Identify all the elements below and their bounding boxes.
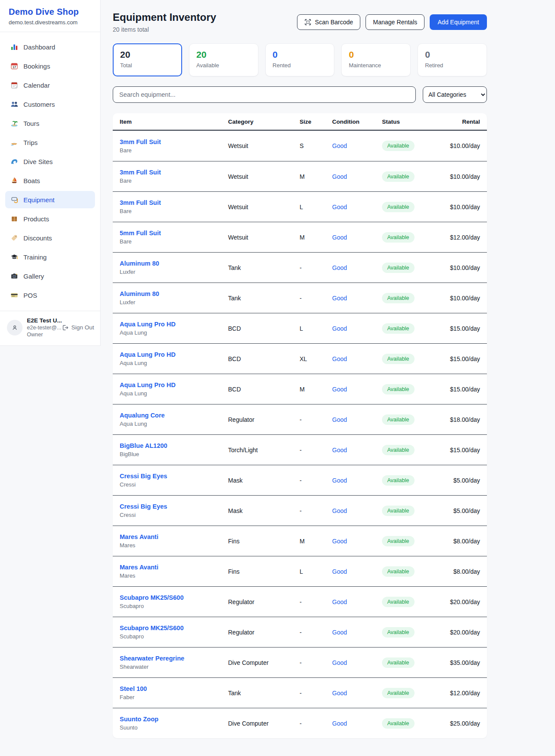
sidebar-item-training[interactable]: Training xyxy=(5,248,95,266)
stat-value: 0 xyxy=(425,49,480,60)
sidebar-item-equipment[interactable]: Equipment xyxy=(5,191,95,208)
stat-card-maintenance[interactable]: 0 Maintenance xyxy=(341,43,411,76)
item-condition-link[interactable]: Good xyxy=(332,507,347,514)
sidebar-item-trips[interactable]: Trips xyxy=(5,134,95,151)
brand-domain: demo.test.divestreams.com xyxy=(9,19,91,26)
item-status-cell: Available xyxy=(375,171,436,182)
sidebar-item-discounts[interactable]: Discounts xyxy=(5,229,95,247)
manage-rentals-button[interactable]: Manage Rentals xyxy=(366,14,424,30)
brand-title[interactable]: Demo Dive Shop xyxy=(9,7,91,17)
item-brand: Scubapro xyxy=(120,633,221,640)
item-condition-link[interactable]: Good xyxy=(332,264,347,271)
add-equipment-button[interactable]: Add Equipment xyxy=(430,14,487,30)
item-name-link[interactable]: 3mm Full Suit xyxy=(120,169,161,176)
item-condition-link[interactable]: Good xyxy=(332,690,347,697)
sidebar-item-label: Training xyxy=(23,253,47,261)
item-rental: $20.00/day xyxy=(436,598,487,605)
user-block: E2E Test U... e2e-tester@... Owner Sign … xyxy=(0,311,100,341)
sidebar-item-dive-sites[interactable]: Dive Sites xyxy=(5,153,95,170)
item-brand: Scubapro xyxy=(120,603,221,609)
item-name-link[interactable]: 3mm Full Suit xyxy=(120,138,161,145)
table-row: Mares Avanti Mares Fins M Good Available… xyxy=(113,526,487,556)
item-condition-link[interactable]: Good xyxy=(332,538,347,545)
item-condition-link[interactable]: Good xyxy=(332,142,347,149)
category-select[interactable]: All Categories xyxy=(423,86,487,103)
sidebar-item-boats[interactable]: Boats xyxy=(5,172,95,189)
item-condition-link[interactable]: Good xyxy=(332,720,347,727)
item-rental: $10.00/day xyxy=(436,142,487,149)
item-name-link[interactable]: Shearwater Peregrine xyxy=(120,655,184,662)
item-name-link[interactable]: Scubapro MK25/S600 xyxy=(120,625,183,631)
item-condition-link[interactable]: Good xyxy=(332,386,347,393)
item-cell: Steel 100 Faber xyxy=(113,685,221,700)
sidebar-item-bookings[interactable]: 17 Bookings xyxy=(5,57,95,75)
item-name-link[interactable]: Suunto Zoop xyxy=(120,716,158,723)
sidebar-item-dashboard[interactable]: Dashboard xyxy=(5,38,95,56)
item-name-link[interactable]: Aqualung Core xyxy=(120,412,165,419)
page-title: Equipment Inventory xyxy=(113,11,216,23)
table-row: Aluminum 80 Luxfer Tank - Good Available… xyxy=(113,252,487,283)
item-condition-link[interactable]: Good xyxy=(332,598,347,605)
dive-sites-icon xyxy=(10,158,18,165)
item-condition-link[interactable]: Good xyxy=(332,204,347,210)
item-condition-link[interactable]: Good xyxy=(332,477,347,484)
item-condition-link[interactable]: Good xyxy=(332,295,347,302)
item-name-link[interactable]: BigBlue AL1200 xyxy=(120,442,167,449)
item-name-link[interactable]: Cressi Big Eyes xyxy=(120,473,167,480)
item-condition-link[interactable]: Good xyxy=(332,173,347,180)
item-condition-link[interactable]: Good xyxy=(332,568,347,575)
item-size: M xyxy=(293,386,325,393)
search-input[interactable] xyxy=(113,86,416,103)
sidebar-item-calendar[interactable]: Calendar xyxy=(5,76,95,94)
item-size: L xyxy=(293,325,325,332)
item-condition-link[interactable]: Good xyxy=(332,447,347,454)
stat-card-retired[interactable]: 0 Retired xyxy=(418,43,487,76)
item-condition-link[interactable]: Good xyxy=(332,629,347,636)
status-badge: Available xyxy=(382,688,415,698)
stat-card-rented[interactable]: 0 Rented xyxy=(265,43,335,76)
stat-label: Total xyxy=(120,62,175,69)
item-size: S xyxy=(293,142,325,149)
item-name-link[interactable]: 3mm Full Suit xyxy=(120,199,161,206)
sign-out-icon xyxy=(62,324,69,331)
item-condition-link[interactable]: Good xyxy=(332,325,347,332)
item-condition-link[interactable]: Good xyxy=(332,659,347,666)
sidebar-item-products[interactable]: Products xyxy=(5,210,95,227)
item-status-cell: Available xyxy=(375,384,436,394)
sidebar-item-tours[interactable]: Tours xyxy=(5,115,95,132)
item-brand: BigBlue xyxy=(120,451,221,457)
table-row: Cressi Big Eyes Cressi Mask - Good Avail… xyxy=(113,465,487,495)
table-row: Aluminum 80 Luxfer Tank - Good Available… xyxy=(113,283,487,313)
sign-out-button[interactable]: Sign Out xyxy=(62,324,94,331)
item-name-link[interactable]: Steel 100 xyxy=(120,685,147,692)
item-name-link[interactable]: Aluminum 80 xyxy=(120,260,159,267)
item-name-link[interactable]: Aqua Lung Pro HD xyxy=(120,381,176,388)
item-cell: Scubapro MK25/S600 Scubapro xyxy=(113,594,221,609)
item-name-link[interactable]: Aqua Lung Pro HD xyxy=(120,321,176,328)
status-badge: Available xyxy=(382,263,415,273)
avatar xyxy=(7,320,23,335)
item-condition-link[interactable]: Good xyxy=(332,416,347,423)
item-condition-cell: Good xyxy=(325,659,375,666)
item-status-cell: Available xyxy=(375,475,436,486)
item-name-link[interactable]: Mares Avanti xyxy=(120,533,158,540)
table-row: Mares Avanti Mares Fins L Good Available… xyxy=(113,556,487,586)
item-condition-link[interactable]: Good xyxy=(332,355,347,362)
item-name-link[interactable]: Aluminum 80 xyxy=(120,290,159,297)
table-row: 3mm Full Suit Bare Wetsuit M Good Availa… xyxy=(113,161,487,191)
item-name-link[interactable]: 5mm Full Suit xyxy=(120,230,161,237)
item-name-link[interactable]: Aqua Lung Pro HD xyxy=(120,351,176,358)
item-name-link[interactable]: Cressi Big Eyes xyxy=(120,503,167,510)
stat-card-total[interactable]: 20 Total xyxy=(113,43,182,76)
item-rental: $15.00/day xyxy=(436,386,487,393)
stat-card-available[interactable]: 20 Available xyxy=(189,43,258,76)
status-badge: Available xyxy=(382,566,415,577)
item-name-link[interactable]: Scubapro MK25/S600 xyxy=(120,594,183,601)
sidebar-item-customers[interactable]: Customers xyxy=(5,95,95,113)
sidebar-item-pos[interactable]: POS xyxy=(5,286,95,304)
scan-barcode-label: Scan Barcode xyxy=(315,19,353,26)
scan-barcode-button[interactable]: Scan Barcode xyxy=(297,14,360,30)
item-condition-link[interactable]: Good xyxy=(332,234,347,241)
item-name-link[interactable]: Mares Avanti xyxy=(120,564,158,571)
sidebar-item-gallery[interactable]: Gallery xyxy=(5,267,95,285)
